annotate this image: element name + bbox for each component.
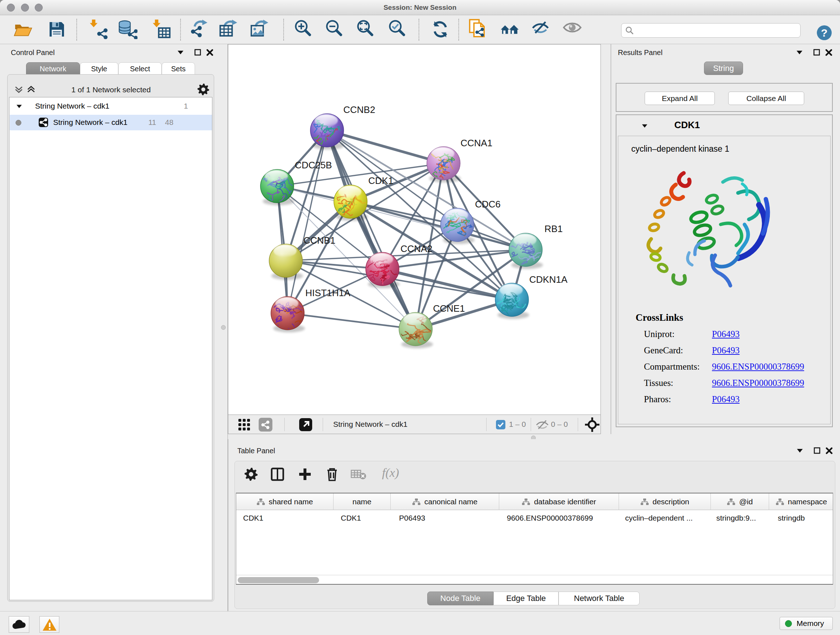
svg-text:CDC25B: CDC25B — [295, 160, 332, 171]
svg-text:RB1: RB1 — [545, 223, 563, 234]
svg-text:HIST1H1A: HIST1H1A — [305, 287, 351, 298]
svg-text:CCNA2: CCNA2 — [401, 243, 432, 254]
svg-text:CDK1: CDK1 — [368, 175, 393, 186]
svg-text:CCNB1: CCNB1 — [303, 235, 335, 246]
svg-text:CDC6: CDC6 — [475, 199, 501, 210]
svg-text:CCNB2: CCNB2 — [343, 104, 375, 115]
svg-text:CDKN1A: CDKN1A — [529, 274, 568, 285]
svg-text:CCNA1: CCNA1 — [461, 138, 493, 149]
svg-text:CCNE1: CCNE1 — [433, 303, 465, 314]
